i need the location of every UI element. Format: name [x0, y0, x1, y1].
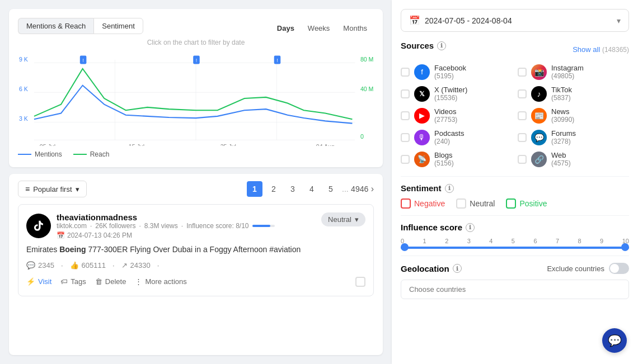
views: 8.3M views — [144, 222, 178, 230]
actions-left: ⚡ Visit 🏷 Tags 🗑 Delete ⋮ More actions — [26, 275, 187, 288]
page-1[interactable]: 1 — [247, 181, 262, 197]
source-videos-count: (27753) — [434, 116, 457, 124]
geo-title-text: Geolocation — [401, 264, 449, 273]
source-twitter: 𝕏 X (Twitter) (15536) — [401, 86, 512, 102]
tab-mentions-reach[interactable]: Mentions & Reach — [18, 18, 93, 34]
source-instagram-checkbox[interactable] — [518, 68, 527, 77]
source-blogs: 📡 Blogs (5156) — [401, 151, 512, 167]
chart-hint: Click on the chart to filter by date — [18, 39, 374, 46]
source-blogs-checkbox[interactable] — [401, 155, 410, 164]
period-controls: Days Weeks Months — [270, 21, 374, 35]
sentiment-neutral-checkbox[interactable] — [456, 198, 466, 209]
sentiment-negative-option[interactable]: Negative — [401, 198, 445, 209]
slider-label-6: 6 — [533, 238, 537, 244]
page-next-icon[interactable]: › — [371, 184, 374, 194]
page-ellipsis: ... — [342, 185, 349, 193]
sentiment-info-icon[interactable]: ℹ — [445, 184, 454, 193]
source-videos-checkbox[interactable] — [401, 111, 410, 120]
source-web-info: Web (4575) — [551, 151, 571, 167]
show-all-link[interactable]: Show all (148365) — [573, 45, 629, 54]
source-tiktok-checkbox[interactable] — [518, 89, 527, 98]
source-podcasts-info: Podcasts (240) — [434, 129, 464, 145]
source-twitter-info: X (Twitter) (15536) — [434, 86, 467, 102]
visit-button[interactable]: ⚡ Visit — [26, 275, 51, 288]
source-twitter-checkbox[interactable] — [401, 89, 410, 98]
show-all-wrapper: Show all (148365) — [573, 44, 629, 54]
post-checkbox[interactable] — [355, 277, 365, 287]
sources-section-header: Sources ℹ Show all (148365) — [401, 41, 629, 57]
sort-icon: ≡ — [25, 185, 30, 193]
source-web: 🔗 Web (4575) — [518, 151, 629, 167]
source-facebook-checkbox[interactable] — [401, 68, 410, 77]
author-info: theaviationmadness tiktok.com · 26K foll… — [57, 212, 275, 239]
author-meta: tiktok.com · 26K followers · 8.3M views … — [57, 222, 275, 230]
shares-stat: ↗ 24330 — [121, 261, 151, 270]
source-web-checkbox[interactable] — [518, 155, 527, 164]
source-videos-info: Videos (27753) — [434, 107, 457, 124]
sources-title: Sources ℹ — [401, 41, 446, 50]
author-date: 📅 2024-07-13 04:26 PM — [57, 231, 275, 239]
sentiment-positive-checkbox[interactable] — [506, 198, 516, 209]
period-months[interactable]: Months — [336, 21, 374, 35]
post-text-suffix: 777-300ER Flying Over Dubai in a Foggy A… — [86, 245, 301, 254]
source-news-icon: 📰 — [531, 108, 547, 124]
svg-text:3 K: 3 K — [19, 115, 28, 122]
sentiment-neutral-option[interactable]: Neutral — [456, 198, 495, 209]
source-news-checkbox[interactable] — [518, 111, 527, 120]
sentiment-section-title: Sentiment ℹ — [401, 183, 629, 193]
source-twitter-count: (15536) — [434, 94, 467, 102]
source-podcasts-icon: 🎙 — [414, 130, 430, 145]
delete-button[interactable]: 🗑 Delete — [95, 275, 126, 288]
sentiment-badge[interactable]: Neutral ▾ — [321, 212, 365, 226]
post-item: theaviationmadness tiktok.com · 26K foll… — [18, 204, 374, 296]
svg-text:05 Jul: 05 Jul — [40, 143, 55, 146]
page-2[interactable]: 2 — [266, 181, 282, 197]
right-panel: 📅 2024-07-05 - 2024-08-04 ▾ Sources ℹ Sh… — [392, 0, 638, 364]
dot-sep-stats-3: · — [157, 261, 160, 270]
post-header: theaviationmadness tiktok.com · 26K foll… — [26, 212, 365, 239]
source-news: 📰 News (30990) — [518, 107, 629, 124]
chart-area[interactable]: 9 K 6 K 3 K 80 M 40 M 0 — [18, 51, 374, 146]
source-facebook-info: Facebook (5195) — [434, 64, 466, 80]
post-text: Emirates Boeing 777-300ER Flying Over Du… — [26, 244, 365, 256]
source-podcasts-checkbox[interactable] — [401, 133, 410, 142]
comments-count: 2345 — [38, 261, 54, 270]
page-3[interactable]: 3 — [285, 181, 301, 197]
tag-icon: 🏷 — [60, 277, 68, 286]
slider-thumb-left[interactable] — [401, 243, 409, 251]
period-days[interactable]: Days — [270, 21, 301, 35]
influence-slider-track[interactable] — [401, 247, 629, 249]
sort-button[interactable]: ≡ Popular first ▾ — [18, 181, 87, 197]
svg-text:25 Jul: 25 Jul — [221, 143, 236, 146]
influence-info-icon[interactable]: ℹ — [466, 223, 475, 232]
exclude-toggle[interactable] — [609, 263, 629, 274]
country-input[interactable] — [401, 280, 629, 299]
source-instagram: 📸 Instagram (49805) — [518, 64, 629, 80]
tags-button[interactable]: 🏷 Tags — [60, 275, 86, 288]
page-5[interactable]: 5 — [323, 181, 339, 197]
source-instagram-count: (49805) — [551, 72, 584, 80]
more-actions-button[interactable]: ⋮ More actions — [135, 275, 186, 288]
post-stats: 💬 2345 · 👍 605111 · ↗ 24330 · — [26, 261, 365, 270]
sources-info-icon[interactable]: ℹ — [437, 41, 446, 50]
author-name: theaviationmadness — [57, 212, 275, 222]
legend-mentions: Mentions — [18, 150, 62, 158]
source-forums-checkbox[interactable] — [518, 133, 527, 142]
dot-sep-1: · — [90, 222, 92, 230]
dot-sep-2: · — [139, 222, 140, 230]
tab-sentiment[interactable]: Sentiment — [93, 18, 143, 34]
geo-info-icon[interactable]: ℹ — [453, 264, 462, 273]
sentiment-positive-label: Positive — [519, 199, 547, 208]
sentiment-negative-checkbox[interactable] — [401, 198, 411, 209]
sentiment-positive-option[interactable]: Positive — [506, 198, 547, 209]
mentions-label: Mentions — [35, 150, 62, 158]
date-picker[interactable]: 📅 2024-07-05 - 2024-08-04 ▾ — [401, 9, 629, 32]
source-blogs-info: Blogs (5156) — [434, 151, 454, 167]
page-4[interactable]: 4 — [304, 181, 320, 197]
dot-sep-3: · — [181, 222, 183, 230]
page-last[interactable]: 4946 — [352, 181, 368, 197]
source-blogs-name: Blogs — [434, 151, 454, 159]
slider-thumb-right[interactable] — [621, 243, 629, 251]
period-weeks[interactable]: Weeks — [301, 21, 337, 35]
chat-button[interactable]: 💬 — [602, 328, 627, 353]
